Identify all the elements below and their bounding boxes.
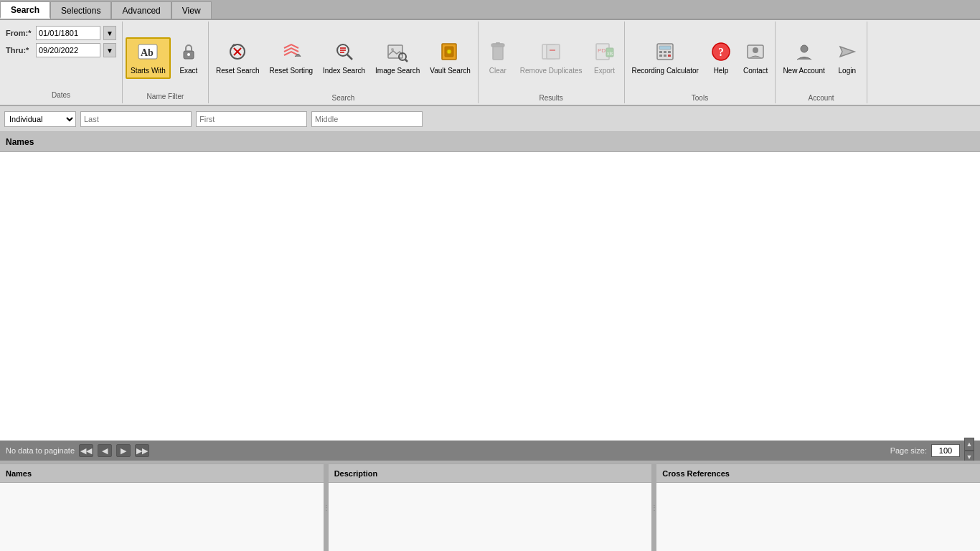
page-size-input[interactable] bbox=[931, 444, 960, 457]
image-search-label: Image Search bbox=[375, 67, 420, 75]
names-panel-header: Names bbox=[0, 464, 324, 483]
exact-label: Exact bbox=[179, 67, 197, 75]
search-type-select[interactable]: Individual Company Both bbox=[4, 111, 76, 127]
svg-rect-28 bbox=[659, 46, 671, 50]
help-button[interactable]: ? Help bbox=[705, 38, 738, 78]
starts-with-button[interactable]: Ab Starts With bbox=[126, 37, 171, 79]
svg-line-6 bbox=[347, 55, 352, 60]
recording-calculator-label: Recording Calculator bbox=[632, 67, 699, 75]
image-search-button[interactable]: Image Search bbox=[371, 38, 424, 78]
contact-button[interactable]: Contact bbox=[739, 38, 772, 78]
reset-search-label: Reset Search bbox=[216, 67, 260, 75]
page-next-button[interactable]: ▶ bbox=[116, 444, 131, 457]
tab-advanced[interactable]: Advanced bbox=[111, 1, 171, 19]
clear-label: Clear bbox=[489, 67, 507, 75]
reset-search-icon bbox=[227, 41, 248, 65]
page-last-button[interactable]: ▶▶ bbox=[135, 444, 149, 457]
export-button[interactable]: PDF xls Export bbox=[588, 38, 621, 78]
results-header: Names bbox=[0, 132, 980, 152]
recording-calculator-icon bbox=[654, 41, 676, 65]
svg-rect-29 bbox=[659, 51, 662, 53]
clear-icon bbox=[487, 41, 509, 65]
tools-group-label: Tools bbox=[692, 93, 708, 102]
tab-selections[interactable]: Selections bbox=[50, 1, 111, 19]
svg-point-16 bbox=[447, 50, 451, 54]
names-panel-body[interactable] bbox=[0, 483, 324, 551]
svg-rect-32 bbox=[659, 55, 662, 57]
vault-search-icon bbox=[440, 41, 461, 65]
new-account-label: New Account bbox=[783, 67, 824, 75]
index-search-label: Index Search bbox=[323, 67, 365, 75]
name-filter-items: Ab Starts With Exact bbox=[126, 24, 205, 91]
from-date-picker-button[interactable]: ▼ bbox=[103, 26, 116, 40]
search-bar: Individual Company Both bbox=[0, 106, 980, 132]
thru-date-picker-button[interactable]: ▼ bbox=[103, 43, 116, 57]
middle-name-input[interactable] bbox=[311, 111, 423, 127]
account-group-label: Account bbox=[809, 93, 834, 102]
last-name-input[interactable] bbox=[80, 111, 192, 127]
content-area: Individual Company Both Names No data to… bbox=[0, 106, 980, 551]
pagination-left: No data to paginate ◀◀ ◀ ▶ ▶▶ bbox=[6, 444, 149, 457]
recording-calculator-button[interactable]: Recording Calculator bbox=[628, 38, 703, 78]
login-button[interactable]: Login bbox=[831, 38, 864, 78]
vault-search-label: Vault Search bbox=[430, 67, 471, 75]
export-icon: PDF xls bbox=[594, 41, 616, 65]
login-icon bbox=[837, 41, 858, 65]
names-panel-label: Names bbox=[6, 469, 32, 478]
svg-rect-30 bbox=[664, 51, 666, 53]
names-panel: Names bbox=[0, 464, 324, 551]
tab-search[interactable]: Search bbox=[0, 1, 50, 19]
clear-button[interactable]: Clear bbox=[481, 38, 514, 78]
results-header-label: Names bbox=[6, 137, 34, 147]
description-panel-label: Description bbox=[334, 469, 378, 478]
cross-references-panel-label: Cross References bbox=[662, 469, 730, 478]
tab-view[interactable]: View bbox=[171, 1, 212, 19]
pagination-right: Page size: ▲ ▼ bbox=[890, 438, 974, 463]
thru-date-input[interactable] bbox=[36, 43, 100, 57]
svg-rect-34 bbox=[668, 55, 671, 57]
help-label: Help bbox=[714, 67, 729, 75]
first-name-input[interactable] bbox=[196, 111, 307, 127]
remove-duplicates-label: Remove Duplicates bbox=[520, 67, 583, 75]
bottom-panels: Names ⋮ Description ⋮ Cross References bbox=[0, 463, 980, 551]
page-size-up-button[interactable]: ▲ bbox=[964, 438, 974, 451]
reset-sorting-button[interactable]: Reset Sorting bbox=[265, 38, 318, 78]
cross-references-panel-header: Cross References bbox=[656, 464, 980, 483]
index-search-icon bbox=[334, 41, 355, 65]
remove-duplicates-button[interactable]: Remove Duplicates bbox=[516, 38, 587, 78]
dates-group-label: Dates bbox=[6, 91, 116, 99]
help-icon: ? bbox=[710, 41, 732, 65]
tools-items: Recording Calculator ? Help bbox=[628, 23, 773, 93]
exact-button[interactable]: Exact bbox=[172, 38, 205, 78]
svg-rect-33 bbox=[664, 55, 666, 57]
index-search-button[interactable]: Index Search bbox=[319, 38, 369, 78]
from-row: From:* ▼ bbox=[6, 26, 116, 40]
svg-point-3 bbox=[187, 53, 190, 56]
search-group: Reset Search Reset Sorting bbox=[209, 22, 479, 103]
no-data-text: No data to paginate bbox=[6, 446, 75, 455]
search-items: Reset Search Reset Sorting bbox=[212, 23, 475, 93]
svg-rect-19 bbox=[496, 42, 500, 44]
cross-references-panel: Cross References bbox=[656, 464, 980, 551]
export-label: Export bbox=[594, 67, 615, 75]
remove-duplicates-icon bbox=[540, 41, 562, 65]
reset-search-button[interactable]: Reset Search bbox=[212, 38, 264, 78]
page-prev-button[interactable]: ◀ bbox=[98, 444, 112, 457]
page-first-button[interactable]: ◀◀ bbox=[79, 444, 93, 457]
description-panel-body[interactable] bbox=[329, 483, 652, 551]
svg-rect-31 bbox=[668, 51, 671, 53]
svg-point-38 bbox=[753, 47, 758, 53]
results-body-area[interactable] bbox=[0, 152, 980, 441]
svg-point-39 bbox=[801, 45, 808, 52]
svg-text:Ab: Ab bbox=[141, 47, 154, 58]
new-account-icon bbox=[793, 41, 815, 65]
page-size-label: Page size: bbox=[890, 446, 927, 455]
description-panel-header: Description bbox=[329, 464, 652, 483]
vault-search-button[interactable]: Vault Search bbox=[425, 38, 475, 78]
from-label: From:* bbox=[6, 29, 33, 37]
from-date-input[interactable] bbox=[36, 26, 100, 40]
name-filter-group: Ab Starts With Exact bbox=[123, 22, 209, 103]
new-account-button[interactable]: New Account bbox=[778, 38, 829, 78]
svg-line-13 bbox=[405, 60, 407, 62]
cross-references-panel-body[interactable] bbox=[656, 483, 980, 551]
